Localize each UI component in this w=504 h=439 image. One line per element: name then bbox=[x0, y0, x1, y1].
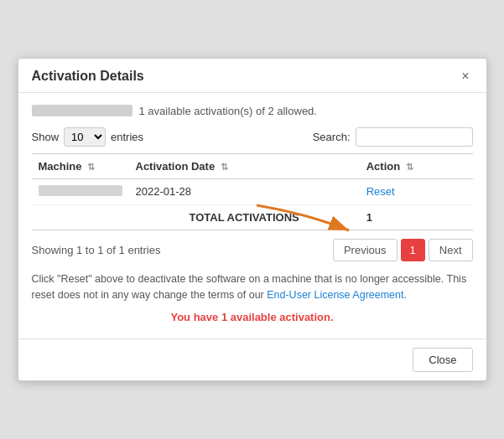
info-text-part2: . bbox=[404, 289, 407, 301]
pagination-row: Showing 1 to 1 of 1 entries Previous 1 N… bbox=[32, 239, 473, 261]
eula-link[interactable]: End-User License Agreement bbox=[267, 289, 403, 301]
page-1-button[interactable]: 1 bbox=[401, 239, 425, 261]
entries-label: entries bbox=[111, 131, 143, 143]
cell-machine bbox=[32, 178, 129, 204]
activation-details-modal: Activation Details × 1 available activat… bbox=[18, 58, 487, 382]
total-row: TOTAL ACTIVATIONS 1 bbox=[32, 204, 473, 230]
entries-select[interactable]: 10 25 50 100 bbox=[64, 127, 106, 147]
sort-icon-machine: ⇅ bbox=[87, 162, 95, 172]
total-label: TOTAL ACTIVATIONS bbox=[129, 204, 360, 230]
showing-text: Showing 1 to 1 of 1 entries bbox=[32, 244, 161, 256]
modal-body: 1 available activation(s) of 2 allowed. … bbox=[18, 93, 486, 339]
cell-action: Reset bbox=[360, 178, 473, 204]
show-entries-row: Show 10 25 50 100 entries bbox=[32, 127, 144, 147]
sort-icon-action: ⇅ bbox=[406, 162, 413, 172]
cell-activation-date: 2022-01-28 bbox=[129, 178, 360, 204]
table-wrapper: Machine ⇅ Activation Date ⇅ Action ⇅ bbox=[32, 153, 473, 230]
controls-row: Show 10 25 50 100 entries Search: bbox=[32, 127, 473, 147]
modal-header: Activation Details × bbox=[18, 59, 486, 93]
reset-link[interactable]: Reset bbox=[366, 185, 395, 198]
search-row: Search: bbox=[313, 127, 473, 147]
col-machine: Machine ⇅ bbox=[32, 153, 129, 178]
machine-bar bbox=[39, 185, 122, 196]
next-button[interactable]: Next bbox=[429, 239, 473, 261]
available-notice: You have 1 available activation. bbox=[32, 311, 473, 323]
modal-overlay: Activation Details × 1 available activat… bbox=[0, 0, 504, 439]
previous-button[interactable]: Previous bbox=[333, 239, 397, 261]
search-input[interactable] bbox=[356, 127, 473, 147]
modal-close-button[interactable]: × bbox=[458, 69, 472, 84]
show-label: Show bbox=[32, 131, 60, 143]
modal-footer: Close bbox=[18, 338, 486, 380]
total-value: 1 bbox=[360, 204, 473, 230]
sort-icon-date: ⇅ bbox=[221, 162, 228, 172]
search-label: Search: bbox=[313, 131, 351, 143]
activation-info-text: 1 available activation(s) of 2 allowed. bbox=[139, 105, 317, 117]
activation-info-row: 1 available activation(s) of 2 allowed. bbox=[32, 105, 473, 117]
total-label-cell bbox=[32, 204, 129, 230]
modal-title: Activation Details bbox=[32, 69, 144, 84]
info-text: Click "Reset" above to deactivate the so… bbox=[32, 271, 473, 303]
col-activation-date: Activation Date ⇅ bbox=[129, 153, 360, 178]
activations-table: Machine ⇅ Activation Date ⇅ Action ⇅ bbox=[32, 153, 473, 230]
col-action: Action ⇅ bbox=[360, 153, 473, 178]
table-header-row: Machine ⇅ Activation Date ⇅ Action ⇅ bbox=[32, 153, 473, 178]
table-row: 2022-01-28 Reset bbox=[32, 178, 473, 204]
activation-progress-bar bbox=[32, 105, 132, 116]
close-button[interactable]: Close bbox=[413, 348, 472, 372]
pagination-buttons: Previous 1 Next bbox=[333, 239, 473, 261]
